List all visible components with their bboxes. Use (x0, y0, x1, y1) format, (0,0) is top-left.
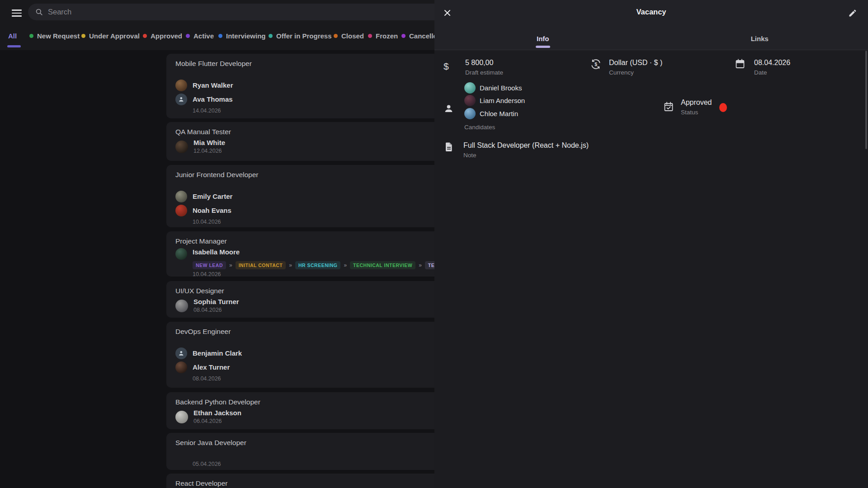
filter-label: Under Approval (89, 32, 140, 40)
vacancy-title: Junior Frontend Developer (175, 170, 439, 179)
panel-candidate-row[interactable]: Chloe Martin (464, 107, 525, 120)
panel-scrollbar-thumb[interactable] (865, 51, 867, 149)
search-input[interactable] (48, 8, 410, 16)
candidate-row[interactable]: Isabella Moore (175, 247, 439, 260)
search-icon (35, 8, 43, 16)
stage-tag: TECHNICAL INTERVIEW (350, 261, 415, 269)
vacancy-card[interactable]: React Developer (166, 474, 448, 488)
filter-label: Active (193, 32, 214, 40)
status-dot-icon (269, 34, 273, 38)
photo-avatar (175, 80, 187, 91)
menu-button[interactable] (12, 7, 24, 19)
candidate-row[interactable]: Alex Turner (175, 360, 439, 374)
panel-candidate-name: Liam Anderson (480, 97, 525, 104)
vacancy-title: UI/UX Designer (175, 286, 439, 296)
filter-label: Frozen (376, 32, 398, 40)
vacancy-detail-panel: Vacancy Info Links $ 5 800,00 Draft esti… (434, 0, 868, 488)
photo-avatar (464, 108, 476, 119)
candidate-row[interactable]: Mia White12.04.2026 (175, 139, 439, 155)
panel-candidate-row[interactable]: Daniel Brooks (464, 81, 525, 94)
candidate-row[interactable]: Ava Thomas (175, 92, 439, 106)
filter-label: Offer in Progress (276, 32, 332, 40)
filter-active[interactable]: Active (186, 32, 214, 40)
vacancy-date: 14.04.2026 (193, 108, 439, 114)
search-bar[interactable] (28, 4, 480, 20)
candidate-row[interactable]: Sophia Turner08.04.2026 (175, 298, 439, 314)
vacancy-title: Senior Java Developer (175, 438, 439, 447)
vacancy-card[interactable]: DevOps EngineerBenjamin ClarkAlex Turner… (166, 322, 448, 388)
stage-separator-icon: » (289, 262, 292, 268)
filter-all[interactable]: All (8, 32, 17, 40)
candidate-rows: Ryan WalkerAva Thomas (175, 78, 439, 106)
vacancy-title: Backend Python Developer (175, 398, 439, 407)
candidate-name: Alex Turner (193, 363, 230, 371)
filter-new-request[interactable]: New Request (29, 32, 80, 40)
candidate-rows: Emily CarterNoah Evans (175, 189, 439, 217)
stage-tag: INITIAL CONTACT (236, 261, 286, 269)
photo-avatar (175, 205, 187, 216)
date-field: 08.04.2026 Date (754, 58, 790, 76)
currency-value: Dollar (USD · $ ) (609, 58, 662, 67)
vacancy-date: 10.04.2026 (193, 219, 439, 225)
vacancy-card[interactable]: UI/UX DesignerSophia Turner08.04.2026 (166, 281, 448, 318)
vacancy-title: QA Manual Tester (175, 127, 439, 136)
status-dot (719, 103, 727, 112)
tab-links[interactable]: Links (651, 30, 868, 50)
candidate-name: Benjamin Clark (193, 349, 242, 357)
draft-estimate-field: 5 800,00 Draft estimate (465, 58, 503, 76)
vacancy-date: 12.04.2026 (193, 147, 225, 155)
vacancy-card[interactable]: Junior Frontend DeveloperEmily CarterNoa… (166, 165, 448, 227)
stage-tag: HR SCREENING (295, 261, 341, 269)
status-value: Approved (681, 98, 712, 107)
panel-title: Vacancy (434, 8, 868, 16)
vacancy-title: Project Manager (175, 237, 439, 246)
vacancy-card[interactable]: Project ManagerIsabella MooreNEW LEAD»IN… (166, 231, 448, 277)
filter-frozen[interactable]: Frozen (368, 32, 398, 40)
person-glyph-icon (178, 96, 185, 103)
currency-exchange-icon: $ (590, 58, 602, 72)
candidate-row[interactable]: Noah Evans (175, 203, 439, 217)
generic-avatar (175, 94, 187, 105)
vacancy-card[interactable]: Mobile Flutter DeveloperRyan WalkerAva T… (166, 54, 448, 118)
filter-label: Approved (151, 32, 182, 40)
candidate-name: Mia White (193, 139, 225, 147)
photo-avatar (175, 141, 188, 153)
panel-tabs: Info Links (434, 30, 868, 50)
status-dot-icon (81, 34, 85, 38)
candidate-name: Emily Carter (193, 192, 232, 200)
pencil-icon (848, 9, 857, 18)
vacancy-title: Mobile Flutter Developer (175, 59, 439, 68)
panel-candidate-row[interactable]: Liam Anderson (464, 94, 525, 108)
status-dot-icon (29, 34, 33, 38)
note-field: Full Stack Developer (React + Node.js) N… (463, 141, 589, 159)
candidate-info: Mia White12.04.2026 (193, 139, 225, 155)
vacancy-card[interactable]: Backend Python DeveloperEthan Jackson06.… (166, 392, 448, 429)
tab-info[interactable]: Info (434, 30, 651, 50)
candidate-row[interactable]: Emily Carter (175, 189, 439, 203)
photo-avatar (464, 82, 476, 94)
filter-offer-in-progress[interactable]: Offer in Progress (269, 32, 332, 40)
vacancy-title: React Developer (175, 479, 439, 488)
vacancy-date: 05.04.2026 (193, 461, 439, 467)
edit-button[interactable] (845, 6, 860, 20)
candidate-row[interactable]: Ethan Jackson06.04.2026 (175, 409, 439, 425)
candidate-row[interactable]: Ryan Walker (175, 78, 439, 92)
filter-closed[interactable]: Closed (334, 32, 364, 40)
candidate-info: Ethan Jackson06.04.2026 (193, 409, 241, 425)
filter-interviewing[interactable]: Interviewing (218, 32, 266, 40)
photo-avatar (175, 248, 187, 260)
vacancy-card[interactable]: Senior Java Developer05.04.2026 (166, 433, 448, 470)
vacancy-date: 06.04.2026 (193, 418, 241, 425)
vacancy-card[interactable]: QA Manual TesterMia White12.04.2026 (166, 122, 448, 161)
filter-under-approval[interactable]: Under Approval (81, 32, 140, 40)
filter-approved[interactable]: Approved (143, 32, 182, 40)
candidate-rows: Benjamin ClarkAlex Turner (175, 346, 439, 374)
note-icon (443, 141, 454, 154)
stage-separator-icon: » (344, 262, 347, 268)
draft-estimate-value: 5 800,00 (465, 58, 503, 67)
photo-avatar (175, 361, 187, 373)
photo-avatar (175, 411, 188, 423)
candidate-row[interactable]: Benjamin Clark (175, 346, 439, 360)
candidate-name: Isabella Moore (193, 247, 240, 260)
candidate-info: Sophia Turner08.04.2026 (193, 298, 239, 314)
